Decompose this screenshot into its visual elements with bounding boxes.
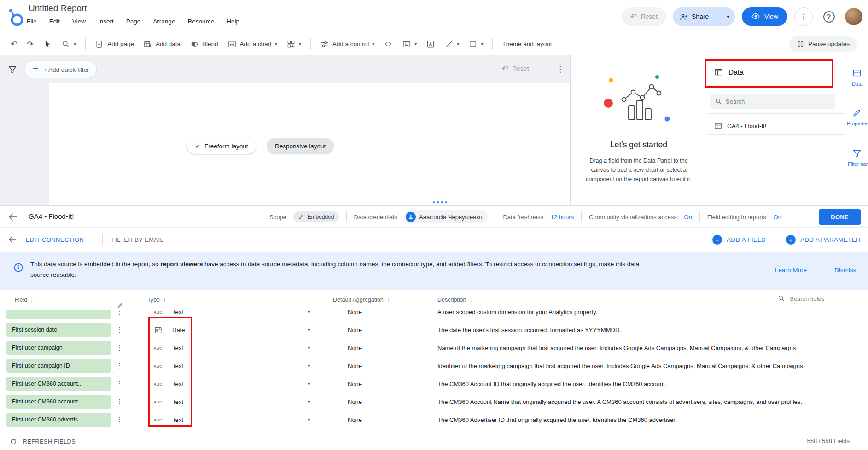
dismiss-link[interactable]: Dismiss (834, 267, 856, 274)
freeform-layout-button[interactable]: ✓ Freeform layout (187, 138, 256, 154)
data-panel-search[interactable] (710, 94, 835, 109)
done-button[interactable]: DONE (819, 209, 861, 225)
responsive-layout-button[interactable]: Responsive layout (267, 138, 334, 154)
pause-updates-button[interactable]: Pause updates (789, 36, 857, 52)
menu-file[interactable]: File (27, 18, 37, 25)
row-kebab-icon[interactable]: ⋮ (116, 362, 123, 370)
add-chart-button[interactable]: Add a chart ▾ (223, 37, 281, 52)
field-chip[interactable]: First user CM360 advertis... (6, 413, 111, 427)
report-workspace: + Add quick filter ↶ Reset ⋮ ✓ Freeform … (0, 55, 868, 205)
column-header-type[interactable]: Type ↓ (147, 290, 166, 310)
row-kebab-icon[interactable]: ⋮ (116, 415, 123, 424)
undo-button[interactable]: ↶ (6, 37, 22, 51)
fields-search-input[interactable] (790, 295, 850, 302)
field-chip[interactable]: First user campaign ID (6, 359, 111, 373)
help-button[interactable]: ? (820, 7, 838, 26)
reset-button[interactable]: ↶ Reset (622, 7, 666, 26)
aggregation-dropdown-caret-icon[interactable]: ▾ (308, 345, 310, 351)
field-chip[interactable]: First user campaign (6, 341, 111, 355)
looker-studio-logo-icon[interactable] (6, 5, 25, 30)
back-arrow-icon[interactable] (7, 211, 18, 222)
add-field-button[interactable]: + ADD A FIELD (712, 235, 766, 245)
column-header-description[interactable]: Description ↓ (437, 290, 472, 310)
type-cell[interactable]: ABC Text (153, 310, 183, 321)
community-access-value-link[interactable]: On (684, 214, 692, 221)
row-kebab-icon[interactable]: ⋮ (116, 380, 123, 388)
menu-insert[interactable]: Insert (98, 18, 114, 25)
filter-bar-tab-label: Filter bar (848, 161, 868, 167)
field-chip[interactable]: First user CM360 account... (6, 395, 111, 409)
type-cell[interactable]: ABC Text (153, 375, 183, 393)
image-tool-button[interactable]: ▾ (398, 37, 421, 52)
type-cell[interactable]: Date (153, 321, 185, 339)
add-parameter-button[interactable]: + ADD A PARAMETER (786, 235, 861, 245)
scope-chip[interactable]: Embedded (293, 211, 338, 222)
fields-search[interactable] (777, 294, 850, 303)
learn-more-link[interactable]: Learn More (775, 267, 807, 274)
row-kebab-icon[interactable]: ⋮ (116, 326, 123, 334)
share-dropdown-caret-icon[interactable]: ▾ (721, 14, 735, 20)
aggregation-dropdown-caret-icon[interactable]: ▾ (308, 399, 310, 405)
field-editing-value-link[interactable]: On (773, 214, 781, 221)
user-avatar[interactable] (845, 8, 862, 25)
report-title[interactable]: Untitled Report (29, 3, 87, 13)
row-kebab-icon[interactable]: ⋮ (116, 344, 123, 352)
column-header-field[interactable]: Field ↓ (15, 290, 33, 310)
field-chip[interactable] (6, 310, 111, 319)
report-canvas[interactable]: ✓ Freeform layout Responsive layout (49, 83, 570, 205)
add-page-button[interactable]: Add page (91, 37, 138, 52)
credentials-chip[interactable]: Анастасія Чернушенко (404, 210, 488, 223)
refresh-fields-button[interactable]: REFRESH FIELDS (9, 432, 76, 450)
type-cell[interactable]: ABC Text (153, 339, 183, 357)
community-visualizations-button[interactable]: ▾ (282, 37, 305, 52)
edit-connection-link[interactable]: EDIT CONNECTION (26, 236, 84, 243)
canvas-kebab-icon[interactable]: ⋮ (553, 63, 568, 76)
text-tool-button[interactable] (422, 37, 439, 52)
blend-button[interactable]: Blend (186, 37, 222, 52)
menu-help[interactable]: Help (227, 18, 239, 25)
column-header-aggregation[interactable]: Default Aggregation ↓ (333, 290, 390, 310)
row-kebab-icon[interactable]: ⋮ (116, 310, 123, 316)
more-options-kebab-icon[interactable]: ⋮ (794, 7, 813, 26)
select-tool-button[interactable] (39, 37, 56, 52)
type-cell[interactable]: ABC Text (153, 393, 183, 411)
data-source-item[interactable]: GA4 - Flood-It! (707, 117, 846, 134)
embed-tool-button[interactable] (379, 37, 397, 52)
add-data-button[interactable]: Add data (139, 37, 185, 52)
menu-resource[interactable]: Resource (187, 18, 214, 25)
share-button[interactable]: Share ▾ (673, 7, 735, 26)
type-cell[interactable]: ABC Text (153, 357, 183, 375)
filter-by-email-link[interactable]: FILTER BY EMAIL (111, 236, 163, 243)
menu-page[interactable]: Page (126, 18, 141, 25)
row-kebab-icon[interactable]: ⋮ (116, 397, 123, 406)
view-button[interactable]: View (742, 7, 787, 26)
rail-tab-filter-bar[interactable]: Filter bar (846, 148, 868, 167)
edit-field-pencil-icon[interactable] (117, 302, 124, 309)
redo-button[interactable]: ↷ (23, 37, 38, 51)
aggregation-dropdown-caret-icon[interactable]: ▾ (308, 327, 310, 333)
menu-arrange[interactable]: Arrange (153, 18, 175, 25)
shape-tool-button[interactable]: ▾ (464, 37, 487, 52)
type-cell[interactable]: ABC Text (153, 411, 183, 429)
add-control-button[interactable]: Add a control ▾ (316, 37, 379, 52)
menu-edit[interactable]: Edit (49, 18, 60, 25)
aggregation-dropdown-caret-icon[interactable]: ▾ (308, 310, 310, 315)
data-panel-search-input[interactable] (726, 98, 818, 105)
field-chip[interactable]: First session date (6, 323, 111, 337)
aggregation-dropdown-caret-icon[interactable]: ▾ (308, 417, 310, 423)
field-chip[interactable]: First user CM360 account... (6, 377, 111, 391)
freshness-value-link[interactable]: 12 hours (551, 214, 574, 221)
back-arrow-icon[interactable] (7, 234, 17, 245)
aggregation-dropdown-caret-icon[interactable]: ▾ (308, 381, 310, 387)
menu-view[interactable]: View (72, 18, 86, 25)
filter-funnel-icon[interactable] (7, 64, 17, 75)
theme-and-layout-button[interactable]: Theme and layout (498, 38, 556, 50)
aggregation-dropdown-caret-icon[interactable]: ▾ (308, 363, 310, 369)
rail-tab-data[interactable]: Data (846, 68, 868, 87)
rail-tab-properties[interactable]: Properties (846, 108, 868, 126)
line-tool-button[interactable]: ▾ (440, 37, 463, 52)
zoom-tool-button[interactable]: ▾ (57, 37, 80, 52)
page-indicator-dots[interactable] (433, 201, 447, 203)
canvas-reset-button[interactable]: ↶ Reset (501, 64, 529, 73)
add-quick-filter-button[interactable]: + Add quick filter (24, 61, 97, 78)
